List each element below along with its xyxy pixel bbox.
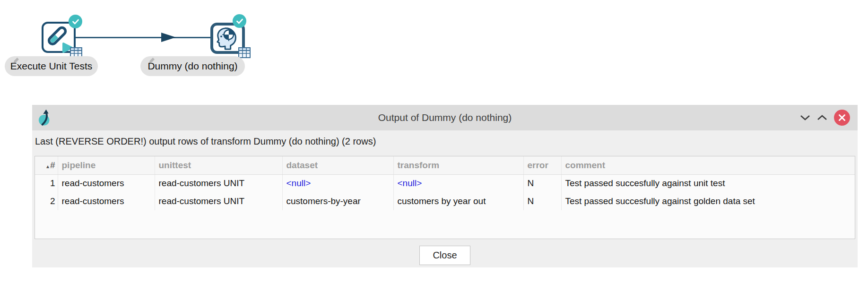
pencil-icon xyxy=(149,57,155,63)
check-badge-icon xyxy=(233,14,246,28)
column-header-transform[interactable]: transform xyxy=(393,156,523,174)
cell-error: N xyxy=(523,174,561,192)
connection-line xyxy=(76,37,211,38)
close-x-icon[interactable] xyxy=(834,110,850,126)
cell-pipeline: read-customers xyxy=(58,192,155,210)
dialog-subtitle: Last (REVERSE ORDER!) output rows of tra… xyxy=(35,136,376,147)
sort-ascending-icon: ▴ xyxy=(46,163,49,170)
node-label-text: Dummy (do nothing) xyxy=(148,60,237,72)
pipeline-canvas: Execute Unit Tests Dummy (do nothing xyxy=(0,0,868,87)
column-header-pipeline[interactable]: pipeline xyxy=(58,156,155,174)
table-header-row: ▴# pipeline unittest dataset transform e… xyxy=(35,156,855,174)
cell-unittest: read-customers UNIT xyxy=(155,174,282,192)
close-button[interactable]: Close xyxy=(419,246,470,265)
connection-arrow-icon xyxy=(161,33,176,42)
cell-dataset: customers-by-year xyxy=(282,192,393,210)
data-grid-icon[interactable] xyxy=(238,47,251,58)
dialog-title: Output of Dummy (do nothing) xyxy=(32,112,858,123)
chevron-down-icon[interactable] xyxy=(800,114,810,121)
head-target-icon xyxy=(214,26,240,51)
node-label-dummy[interactable]: Dummy (do nothing) xyxy=(140,56,245,76)
output-dialog: Output of Dummy (do nothing) Last (REVER… xyxy=(32,105,858,267)
output-rows-table: ▴# pipeline unittest dataset transform e… xyxy=(35,156,855,239)
table-row[interactable]: 1 read-customers read-customers UNIT <nu… xyxy=(35,174,855,192)
cell-comment: Test passed succesfully against unit tes… xyxy=(561,174,855,192)
node-label-execute-unit-tests[interactable]: Execute Unit Tests xyxy=(5,56,98,76)
cell-transform: customers by year out xyxy=(393,192,523,210)
cell-comment: Test passed succesfully against golden d… xyxy=(561,192,855,210)
dialog-titlebar[interactable]: Output of Dummy (do nothing) xyxy=(32,105,858,130)
cell-unittest: read-customers UNIT xyxy=(155,192,282,210)
cell-rownum: 1 xyxy=(35,174,58,192)
column-header-unittest[interactable]: unittest xyxy=(155,156,282,174)
column-header-dataset[interactable]: dataset xyxy=(282,156,393,174)
cell-transform: <null> xyxy=(393,174,523,192)
cell-pipeline: read-customers xyxy=(58,174,155,192)
cell-error: N xyxy=(523,192,561,210)
hop-logo-icon xyxy=(38,109,51,127)
column-header-error[interactable]: error xyxy=(523,156,561,174)
chevron-up-icon[interactable] xyxy=(817,114,827,121)
table-row[interactable]: 2 read-customers read-customers UNIT cus… xyxy=(35,192,855,210)
check-badge-icon xyxy=(69,15,82,28)
column-header-comment[interactable]: comment xyxy=(561,156,855,174)
pencil-icon xyxy=(13,57,19,63)
column-header-rownum[interactable]: ▴# xyxy=(35,156,58,174)
cell-rownum: 2 xyxy=(35,192,58,210)
node-label-text: Execute Unit Tests xyxy=(10,60,93,72)
cell-dataset: <null> xyxy=(282,174,393,192)
